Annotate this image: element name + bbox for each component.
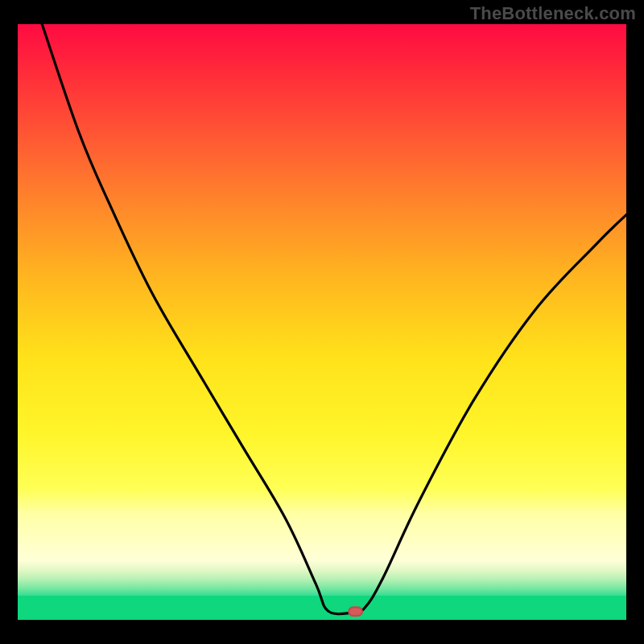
optimal-point-marker <box>349 607 362 615</box>
plot-area <box>18 24 626 620</box>
curve-overlay <box>18 24 626 620</box>
watermark-label: TheBottleneck.com <box>470 3 636 24</box>
bottleneck-curve <box>42 24 626 614</box>
chart-frame: TheBottleneck.com <box>0 0 644 644</box>
